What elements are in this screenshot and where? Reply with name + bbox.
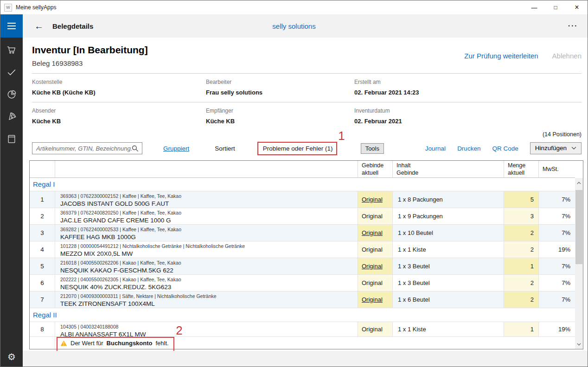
reject-button[interactable]: Ablehnen [552, 52, 582, 60]
menge-cell[interactable]: 2 [504, 241, 539, 258]
sidebar-item-journal[interactable] [6, 134, 17, 144]
maximize-button[interactable]: □ [545, 0, 566, 14]
header-menge-aktuell: Menge aktuell [504, 161, 539, 178]
add-dropdown-button[interactable]: Hinzufügen [530, 142, 582, 154]
row-number: 2 [30, 208, 55, 225]
row-number: 5 [30, 258, 55, 275]
journal-link[interactable]: Journal [425, 145, 446, 152]
hamburger-menu-button[interactable] [0, 14, 23, 38]
minimize-button[interactable]: — [524, 0, 545, 14]
positions-table: Gebinde aktuell Inhalt Gebinde Menge akt… [29, 160, 583, 349]
warning-text-suffix: fehlt. [156, 340, 169, 347]
inhalt-cell: 1 x 3 Beutel [393, 258, 504, 275]
scroll-up-button[interactable] [575, 179, 583, 187]
table-row[interactable]: 5216018 | 04005500262206 | Kakao | Kaffe… [30, 258, 575, 275]
scrollbar-thumb[interactable] [575, 190, 582, 264]
table-row[interactable]: 7212070 | 04009300003311 | Säfte, Nektar… [30, 291, 575, 308]
minimize-icon: — [531, 4, 537, 11]
gear-icon: ⚙ [7, 352, 16, 362]
mwst-cell: 19% [539, 241, 575, 258]
article-info-line: 369379 | 07622400820250 | Kaffee | Kaffe… [60, 210, 355, 215]
qr-code-link[interactable]: QR Code [492, 145, 518, 152]
gebinde-cell[interactable]: Original [358, 322, 393, 337]
menge-cell[interactable]: 2 [504, 225, 539, 241]
search-box [32, 142, 142, 154]
sidebar-item-catering[interactable] [6, 112, 17, 122]
main-content: Inventur [In Bearbeitung] Beleg 16938983… [23, 38, 588, 367]
warning-text-prefix: Der Wert für [70, 340, 103, 347]
gebinde-cell[interactable]: Original [358, 258, 393, 275]
menge-cell[interactable]: 1 [504, 322, 539, 337]
menge-cell[interactable]: 2 [504, 291, 539, 308]
chevron-down-icon [571, 146, 576, 150]
gebinde-value: Original [362, 279, 383, 286]
app-window: W Meine sellyApps — □ × ← Belegdetails s… [0, 0, 588, 367]
table-row[interactable]: 8104305 | 04003240188008ALBI ANANASSAFT … [30, 322, 575, 337]
menge-cell[interactable]: 5 [504, 191, 539, 208]
toolbar: Gruppiert Sortiert Probleme oder Fehler … [32, 142, 582, 155]
search-input[interactable] [36, 145, 132, 152]
row-number: 8 [30, 322, 55, 337]
warning-message: Der Wert für Buchungskonto fehlt.2 [60, 340, 169, 347]
gebinde-value: Original [362, 263, 383, 270]
inhalt-cell: 1 x 8 Packungen [393, 191, 504, 208]
tools-button[interactable]: Tools [361, 143, 384, 154]
inhalt-cell: 1 x 6 Beutel [393, 291, 504, 308]
sidebar-item-tasks[interactable] [6, 67, 17, 77]
bottom-strip [23, 351, 588, 367]
problems-filter-toggle[interactable]: Probleme oder Fehler (1) 1 [263, 145, 333, 152]
menge-cell[interactable]: 1 [504, 258, 539, 275]
document-number: Beleg 16938983 [32, 59, 582, 67]
header-inhalt-gebinde: Inhalt Gebinde [393, 161, 504, 178]
row-number: 3 [30, 225, 55, 241]
table-row[interactable]: 4101228 | 00000054491212 | Nichtalkoholi… [30, 241, 575, 258]
gebinde-value: Original [362, 246, 383, 253]
article-name: KAFFEE HAG MKB 1000G [60, 234, 355, 240]
article-cell: 101228 | 00000054491212 | Nichtalkoholis… [55, 241, 358, 258]
group-label: Regal I [33, 180, 55, 188]
gebinde-cell[interactable]: Original [358, 208, 393, 225]
inhalt-cell: 1 x 3 Beutel [393, 275, 504, 291]
grouped-toggle[interactable]: Gruppiert [163, 145, 189, 152]
article-info-line: 212070 | 04009300003311 | Säfte, Nektare… [60, 293, 355, 299]
gebinde-cell[interactable]: Original [358, 291, 393, 308]
gebinde-cell[interactable]: Original [358, 225, 393, 241]
account-name[interactable]: selly solutions [272, 22, 315, 30]
sidebar-item-orders[interactable] [6, 45, 17, 55]
print-link[interactable]: Drucken [457, 145, 480, 152]
row-number: 6 [30, 275, 55, 291]
close-button[interactable]: × [566, 0, 588, 14]
search-icon[interactable] [132, 145, 139, 152]
gebinde-value: Original [362, 296, 383, 303]
meta-kostenstelle: Kostenstelle Küche KB (Küche KB) [32, 79, 206, 96]
group-header-row: Regal I [30, 177, 575, 191]
table-row[interactable]: 3369282 | 07622400002533 | Kaffee | Kaff… [30, 225, 575, 241]
more-options-button[interactable]: ••• [569, 24, 578, 28]
table-row[interactable]: 2369379 | 07622400820250 | Kaffee | Kaff… [30, 208, 575, 225]
settings-button[interactable]: ⚙ [0, 352, 23, 361]
mwst-cell: 7% [539, 208, 575, 225]
meta-empfaenger: Empfänger Küche KB [206, 108, 354, 125]
menge-cell[interactable]: 3 [504, 208, 539, 225]
inhalt-cell: 1 x 1 Kiste [393, 322, 504, 337]
mwst-cell: 7% [539, 225, 575, 241]
gebinde-cell[interactable]: Original [358, 275, 393, 291]
scroll-down-button[interactable] [575, 340, 583, 348]
table-row[interactable]: 1369363 | 07622300002152 | Kaffee | Kaff… [30, 191, 575, 208]
header-row-number [30, 161, 55, 178]
back-button[interactable]: ← [34, 21, 44, 31]
close-icon: × [575, 3, 579, 12]
pie-chart-icon [6, 89, 17, 100]
table-row[interactable]: 6202222 | 04005500262305 | Kakao | Kaffe… [30, 275, 575, 291]
vertical-scrollbar[interactable] [575, 178, 583, 349]
sorted-toggle[interactable]: Sortiert [215, 145, 235, 152]
gebinde-cell[interactable]: Original [358, 241, 393, 258]
sidebar-item-reports[interactable] [6, 89, 17, 100]
article-name: JAC.LE GRAND CAFE CREME 1000 G [60, 217, 355, 224]
meta-absender: Absender Küche KB [32, 108, 206, 125]
gebinde-cell[interactable]: Original [358, 191, 393, 208]
scroll-up-icon [577, 182, 581, 184]
article-name: JACOBS INSTANT GOLD 500G F.AUT [60, 200, 355, 207]
menge-cell[interactable]: 2 [504, 275, 539, 291]
forward-for-review-button[interactable]: Zur Prüfung weiterleiten [464, 52, 538, 60]
